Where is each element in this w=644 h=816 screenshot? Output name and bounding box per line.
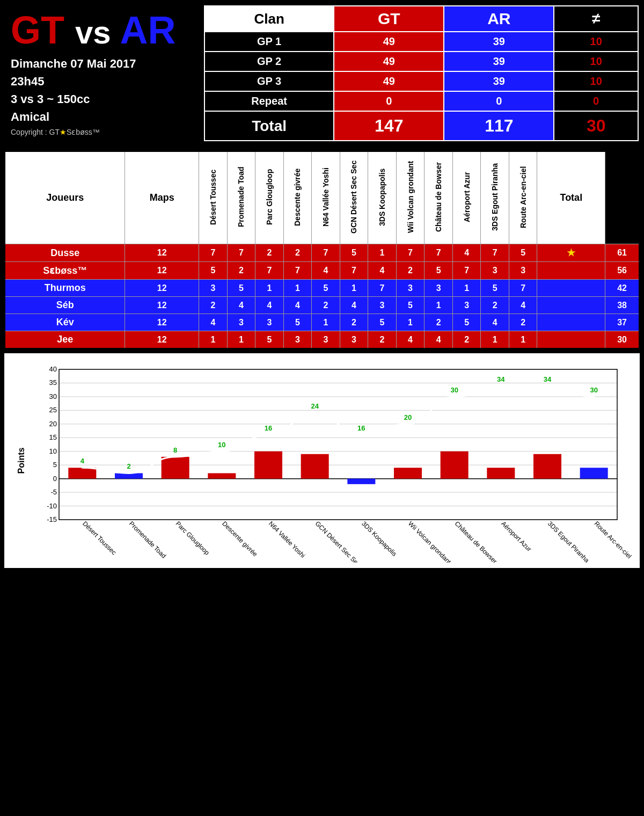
svg-text:5: 5: [53, 461, 57, 469]
score-row-3: Repeat 0 0 0: [204, 91, 638, 111]
svg-text:3DS Koopapolis: 3DS Koopapolis: [360, 520, 398, 558]
score-3-7: 5: [396, 297, 425, 314]
score-0-7: 7: [396, 244, 425, 262]
score-2-6: 7: [368, 280, 397, 297]
score-label-3: Repeat: [204, 91, 334, 111]
score-2-10: 5: [481, 280, 509, 297]
score-0-6: 1: [368, 244, 397, 262]
score-0-10: 7: [481, 244, 509, 262]
total-label: Total: [204, 111, 334, 141]
svg-text:30: 30: [49, 392, 57, 400]
player-name-1: Sɛbøss™: [5, 262, 125, 280]
score-1-1: 2: [227, 262, 255, 280]
score-4-5: 2: [340, 314, 368, 331]
score-5-11: 1: [509, 331, 537, 349]
score-3-11: 4: [509, 297, 537, 314]
score-4-2: 3: [255, 314, 284, 331]
player-row-4: Kév 12 433512512542 37: [5, 314, 639, 331]
svg-text:2: 2: [127, 462, 130, 470]
chart-y-label: Points: [17, 448, 26, 474]
svg-text:N64 Vallée Yoshi: N64 Vallée Yoshi: [267, 520, 306, 559]
score-5-5: 3: [340, 331, 368, 349]
score-diff-2: 10: [554, 71, 638, 91]
svg-text:GCN Désert Sec Sec: GCN Désert Sec Sec: [314, 520, 362, 563]
score-1-11: 3: [509, 262, 537, 280]
score-2-5: 1: [340, 280, 368, 297]
score-5-2: 5: [255, 331, 284, 349]
svg-text:Descente givrée: Descente givrée: [221, 520, 259, 558]
svg-text:40: 40: [49, 365, 57, 373]
score-ar-3: 0: [444, 91, 554, 111]
score-gt-0: 49: [334, 32, 444, 52]
player-row-5: Jee 12 115333244211 30: [5, 331, 639, 349]
chart-svg: 4035302520151050-5-10-154281016241620303…: [31, 359, 634, 563]
players-table: Joueurs Maps Désert Toussec Promenade To…: [4, 151, 640, 349]
score-header-row: Clan GT AR ≠: [204, 6, 638, 32]
score-label-1: GP 2: [204, 52, 334, 71]
score-table-wrapper: Clan GT AR ≠ GP 1 49 39 10 GP 2 49 39 10…: [199, 5, 639, 141]
players-header-row: Joueurs Maps Désert Toussec Promenade To…: [5, 151, 639, 244]
score-5-9: 2: [452, 331, 481, 349]
score-1-9: 7: [452, 262, 481, 280]
score-3-3: 4: [283, 297, 312, 314]
score-2-0: 3: [199, 280, 228, 297]
score-0-0: 7: [199, 244, 228, 262]
score-ar-0: 39: [444, 32, 554, 52]
clan-header: Clan: [204, 6, 334, 32]
type-line: Amical: [11, 108, 199, 126]
score-3-6: 3: [368, 297, 397, 314]
no-star-3: [537, 297, 605, 314]
score-2-8: 3: [425, 280, 453, 297]
score-label-0: GP 1: [204, 32, 334, 52]
format-line: 3 vs 3 ~ 150cc: [11, 90, 199, 108]
score-5-8: 4: [425, 331, 453, 349]
map-header-9: Aéroport Azur: [452, 151, 481, 244]
score-4-11: 2: [509, 314, 537, 331]
player-name-2: Thurmos: [5, 280, 125, 297]
score-diff-0: 10: [554, 32, 638, 52]
score-total-row: Total 147 117 30: [204, 111, 638, 141]
svg-text:35: 35: [49, 378, 57, 387]
map-header-1: Promenade Toad: [227, 151, 255, 244]
player-row-3: Séb 12 244424351324 38: [5, 297, 639, 314]
score-ar-1: 39: [444, 52, 554, 71]
map-header-0: Désert Toussec: [199, 151, 228, 244]
player-total-2: 42: [605, 280, 639, 297]
score-0-8: 7: [425, 244, 453, 262]
copyright-line: Copyright : GT★Sɛbøss™: [11, 128, 199, 136]
score-table: Clan GT AR ≠ GP 1 49 39 10 GP 2 49 39 10…: [204, 5, 639, 141]
score-diff-1: 10: [554, 52, 638, 71]
score-gt-3: 0: [334, 91, 444, 111]
no-star-1: [537, 262, 605, 280]
title-vs: GT vs AR: [11, 11, 199, 49]
score-5-10: 1: [481, 331, 509, 349]
score-2-7: 3: [396, 280, 425, 297]
score-2-1: 5: [227, 280, 255, 297]
score-1-2: 7: [255, 262, 284, 280]
svg-text:10: 10: [49, 447, 57, 455]
svg-text:30: 30: [590, 386, 597, 394]
score-5-1: 1: [227, 331, 255, 349]
map-header-11: Route Arc-en-ciel: [509, 151, 537, 244]
total-ar: 117: [444, 111, 554, 141]
svg-rect-34: [441, 451, 469, 479]
map-header-10: 3DS Egout Piranha: [481, 151, 509, 244]
top-section: GT vs AR Dimanche 07 Mai 2017 23h45 3 vs…: [0, 0, 644, 147]
score-3-1: 4: [227, 297, 255, 314]
score-4-10: 4: [481, 314, 509, 331]
total-gt: 147: [334, 111, 444, 141]
score-gt-2: 49: [334, 71, 444, 91]
score-row-2: GP 3 49 39 10: [204, 71, 638, 91]
score-1-10: 3: [481, 262, 509, 280]
player-maps-5: 12: [125, 331, 199, 349]
map-header-2: Parc Glougloop: [255, 151, 284, 244]
svg-rect-37: [580, 468, 608, 478]
total-diff: 30: [554, 111, 638, 141]
score-3-0: 2: [199, 297, 228, 314]
player-row-0: Dusse 12 772275177475 ★ 61: [5, 244, 639, 262]
svg-rect-27: [115, 473, 143, 478]
score-1-8: 5: [425, 262, 453, 280]
svg-text:3DS Egout Piranha: 3DS Egout Piranha: [546, 520, 591, 563]
score-2-3: 1: [283, 280, 312, 297]
svg-text:16: 16: [265, 424, 272, 432]
